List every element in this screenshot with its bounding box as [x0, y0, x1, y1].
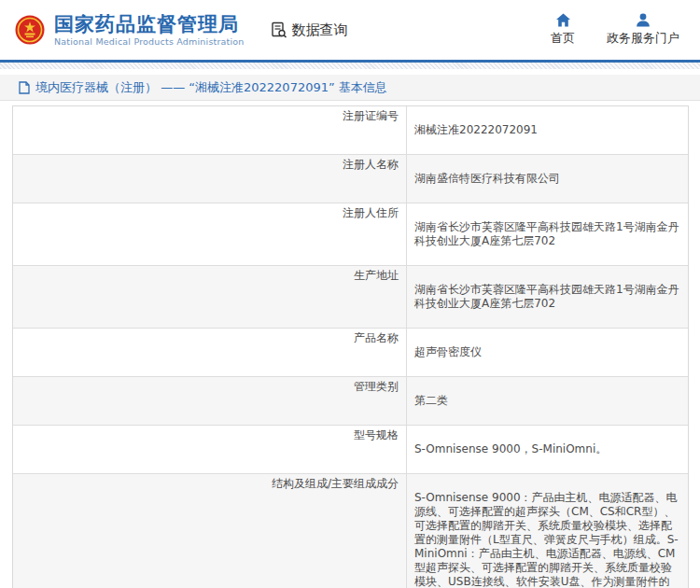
row-label: 生产地址 [13, 266, 407, 328]
table-row: 结构及组成/主要组成成分 S-Omnisense 9000：产品由主机、电源适配… [13, 474, 688, 588]
table-row: 管理类别 第二类 [13, 377, 688, 426]
table-row: 注册人名称 湖南盛倍特医疗科技有限公司 [13, 155, 688, 203]
national-emblem-icon [15, 15, 45, 45]
table-row: 型号规格 S-Omnisense 9000，S-MiniOmni。 [13, 426, 688, 474]
document-icon [19, 81, 30, 94]
row-value-text: 湘械注准20222072091 [414, 123, 538, 136]
row-value: 第二类 [407, 377, 688, 425]
table-row: 产品名称 超声骨密度仪 [13, 329, 688, 377]
row-label: 注册人名称 [13, 155, 407, 203]
table-row: 生产地址 湖南省长沙市芙蓉区隆平高科技园雄天路1号湖南金丹科技创业大厦A座第七层… [13, 266, 688, 329]
table-row: 注册证编号 湘械注准20222072091 [13, 106, 688, 155]
data-query-link[interactable]: 数据查询 [271, 21, 348, 39]
site-title: 国家药品监督管理局 [54, 13, 245, 35]
breadcrumb: 境内医疗器械（注册） —— “湘械注准20222072091” 基本信息 [0, 75, 700, 101]
row-label-text: 结构及组成/主要组成成分 [272, 477, 399, 490]
row-label: 注册证编号 [13, 106, 407, 154]
nav-home[interactable]: 首页 [543, 13, 582, 47]
row-value-text: 湖南省长沙市芙蓉区隆平高科技园雄天路1号湖南金丹科技创业大厦A座第七层702 [414, 220, 679, 247]
nav-portal[interactable]: 政务服务门户 [607, 13, 679, 47]
user-icon [636, 13, 651, 27]
nav-home-label: 首页 [551, 30, 575, 47]
row-value: 湖南盛倍特医疗科技有限公司 [407, 155, 688, 203]
site-title-block: 国家药品监督管理局 National Medical Products Admi… [54, 13, 245, 47]
row-label: 产品名称 [13, 329, 407, 376]
row-label-text: 型号规格 [354, 428, 399, 441]
row-value: 湘械注准20222072091 [407, 106, 688, 154]
row-value: S-Omnisense 9000：产品由主机、电源适配器、电源线、可选择配置的超… [407, 474, 688, 588]
site-header: 国家药品监督管理局 National Medical Products Admi… [0, 0, 700, 60]
row-label: 管理类别 [13, 377, 407, 425]
nmpa-logo[interactable]: 国家药品监督管理局 National Medical Products Admi… [15, 13, 245, 47]
row-label-text: 注册证编号 [343, 109, 399, 122]
hatch-strip [0, 63, 700, 69]
row-value-text: S-Omnisense 9000，S-MiniOmni。 [414, 442, 607, 455]
main-content: 注册证编号 湘械注准20222072091 注册人名称 湖南盛倍特医疗科技有限公… [12, 105, 689, 588]
row-value-text: 湖南省长沙市芙蓉区隆平高科技园雄天路1号湖南金丹科技创业大厦A座第七层702 [414, 283, 679, 310]
row-label: 型号规格 [13, 426, 407, 473]
breadcrumb-text: 境内医疗器械（注册） —— “湘械注准20222072091” 基本信息 [35, 79, 387, 96]
table-row: 注册人住所 湖南省长沙市芙蓉区隆平高科技园雄天路1号湖南金丹科技创业大厦A座第七… [13, 203, 688, 266]
nav-portal-label: 政务服务门户 [607, 30, 679, 47]
row-value: 湖南省长沙市芙蓉区隆平高科技园雄天路1号湖南金丹科技创业大厦A座第七层702 [407, 203, 688, 265]
row-label-text: 产品名称 [354, 331, 399, 344]
row-label: 注册人住所 [13, 203, 407, 265]
row-value-text: 超声骨密度仪 [414, 345, 482, 358]
row-value: 湖南省长沙市芙蓉区隆平高科技园雄天路1号湖南金丹科技创业大厦A座第七层702 [407, 266, 688, 328]
data-query-label: 数据查询 [292, 21, 348, 39]
info-table: 注册证编号 湘械注准20222072091 注册人名称 湖南盛倍特医疗科技有限公… [12, 105, 689, 588]
row-label-text: 管理类别 [354, 380, 399, 393]
row-label: 结构及组成/主要组成成分 [13, 474, 407, 588]
home-icon [555, 13, 571, 27]
row-value: 超声骨密度仪 [407, 329, 688, 376]
row-label-text: 注册人名称 [343, 158, 399, 171]
header-nav: 首页 政务服务门户 [543, 13, 679, 47]
row-value-text: 第二类 [414, 394, 448, 407]
row-value-text: S-Omnisense 9000：产品由主机、电源适配器、电源线、可选择配置的超… [414, 491, 679, 588]
row-label-text: 生产地址 [354, 269, 399, 282]
site-subtitle: National Medical Products Administration [54, 36, 245, 47]
row-value: S-Omnisense 9000，S-MiniOmni。 [407, 426, 688, 473]
row-value-text: 湖南盛倍特医疗科技有限公司 [414, 172, 560, 185]
data-query-icon [271, 21, 287, 38]
row-label-text: 注册人住所 [343, 206, 399, 219]
